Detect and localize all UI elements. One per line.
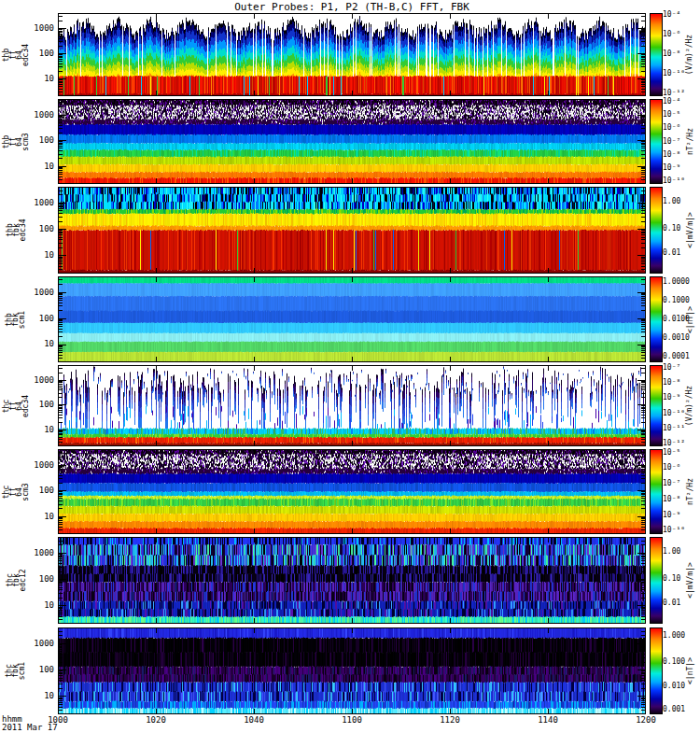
colorbar-unit-text-thc-fbk-edc12: <|mV/m|> xyxy=(686,562,694,599)
y-tick-thc-ff-64-scm3-100: 100 xyxy=(0,486,54,495)
colorbar-tick-thb-ff-64-edc34-0: 10⁻⁴ xyxy=(663,11,680,19)
x-tick-1000: 1000 xyxy=(37,716,78,725)
colorbar-unit-text-thb-fbk-edc34: <|mV/m|> xyxy=(686,212,694,248)
y-tick-thb-ff-64-scm3-10: 10 xyxy=(0,162,54,171)
x-tick-1120: 1120 xyxy=(429,716,470,725)
x-tick-1040: 1040 xyxy=(233,716,274,725)
y-tick-thc-fbk-edc12-1000: 1000 xyxy=(0,549,54,557)
x-tick-1020: 1020 xyxy=(135,716,176,725)
y-tick-thc-ff-64-scm3-1000: 1000 xyxy=(0,461,54,470)
spectrogram-canvas-thb-ff-64-edc34 xyxy=(58,13,646,96)
colorbar-tick-thb-ff-64-scm3-4: 10⁻⁸ xyxy=(663,151,680,159)
colorbar-tick-thb-ff-64-scm3-2: 10⁻⁶ xyxy=(663,124,680,132)
colorbar-unit-thb-fbk-edc34: <|mV/m|> xyxy=(679,187,700,274)
y-tick-thb-fbk-edc34-10: 10 xyxy=(0,251,54,260)
colorbar-tick-thc-ff-64-edc34-1: 10⁻⁸ xyxy=(663,379,680,387)
colorbar-unit-thb-ff-64-scm3: nT²/Hz xyxy=(679,99,700,184)
colorbar-tick-thb-fbk-edc34-2: 0.01 xyxy=(663,249,680,257)
colorbar-unit-text-thb-ff-64-edc34: (V/m)²/Hz xyxy=(686,35,694,75)
colorbar-tick-thb-fbk-edc34-0: 1.00 xyxy=(663,198,680,205)
colorbar-unit-thb-fbk-scm1: <|nT|> xyxy=(679,276,700,362)
x-tick-1140: 1140 xyxy=(527,716,568,725)
colorbar-thb-fbk-edc34 xyxy=(650,187,663,274)
spectrogram-canvas-thc-fbk-edc12 xyxy=(58,537,646,624)
spectrogram-plot-window: Outer Probes: P1, P2 (TH-B,C) FFT, FBK t… xyxy=(0,0,700,747)
colorbar-thc-fbk-edc12 xyxy=(650,537,663,624)
y-tick-thc-fbk-scm1-1000: 1000 xyxy=(0,640,54,648)
colorbar-unit-text-thc-ff-64-edc34: (V/m)²/Hz xyxy=(686,386,694,426)
colorbar-tick-thc-ff-64-scm3-1: 10⁻⁶ xyxy=(663,464,680,472)
spectrogram-canvas-thc-ff-64-edc34 xyxy=(58,365,646,446)
colorbar-tick-thc-fbk-edc12-2: 0.01 xyxy=(663,599,680,607)
colorbar-tick-thc-ff-64-scm3-0: 10⁻⁵ xyxy=(663,449,680,457)
spectrogram-canvas-thb-fbk-scm1 xyxy=(58,276,646,362)
colorbar-tick-thb-ff-64-edc34-2: 10⁻⁸ xyxy=(663,50,680,58)
y-tick-thc-ff-64-edc34-1000: 1000 xyxy=(0,376,54,385)
colorbar-tick-thb-ff-64-scm3-5: 10⁻⁹ xyxy=(663,164,680,172)
y-tick-thb-ff-64-scm3-100: 100 xyxy=(0,136,54,145)
y-tick-thc-fbk-scm1-100: 100 xyxy=(0,666,54,674)
colorbar-tick-thb-fbk-edc34-1: 0.10 xyxy=(663,225,680,233)
y-tick-thc-fbk-edc12-100: 100 xyxy=(0,575,54,584)
colorbar-unit-text-thb-ff-64-scm3: nT²/Hz xyxy=(686,128,694,155)
colorbar-tick-thc-fbk-edc12-0: 1.00 xyxy=(663,548,680,556)
y-tick-thc-ff-64-scm3-10: 10 xyxy=(0,513,54,521)
spectrogram-canvas-thc-fbk-scm1 xyxy=(58,627,646,714)
colorbar-tick-thb-ff-64-edc34-1: 10⁻⁶ xyxy=(663,31,680,38)
colorbar-unit-thc-fbk-scm1: <|nT|> xyxy=(679,627,700,714)
colorbar-thb-fbk-scm1 xyxy=(650,276,663,362)
colorbar-tick-thc-ff-64-edc34-2: 10⁻⁹ xyxy=(663,394,680,402)
y-tick-thc-ff-64-edc34-10: 10 xyxy=(0,426,54,434)
y-tick-thb-fbk-scm1-10: 10 xyxy=(0,340,54,348)
colorbar-unit-thc-ff-64-edc34: (V/m)²/Hz xyxy=(679,365,700,446)
y-tick-thc-ff-64-edc34-100: 100 xyxy=(0,401,54,409)
spectrogram-canvas-thb-ff-64-scm3 xyxy=(58,99,646,184)
y-tick-thb-ff-64-edc34-10: 10 xyxy=(0,75,54,83)
colorbar-unit-text-thb-fbk-scm1: <|nT|> xyxy=(686,306,694,333)
y-tick-thc-fbk-edc12-10: 10 xyxy=(0,601,54,610)
colorbar-tick-thc-ff-64-scm3-3: 10⁻⁸ xyxy=(663,496,680,503)
y-tick-thb-fbk-scm1-1000: 1000 xyxy=(0,289,54,297)
colorbar-unit-thc-ff-64-scm3: nT²/Hz xyxy=(679,449,700,534)
colorbar-unit-text-thc-ff-64-scm3: nT²/Hz xyxy=(686,478,694,505)
colorbar-tick-thc-ff-64-scm3-4: 10⁻⁹ xyxy=(663,512,680,519)
y-tick-thc-fbk-scm1-10: 10 xyxy=(0,692,54,700)
colorbar-thc-ff-64-edc34 xyxy=(650,365,663,446)
colorbar-thb-ff-64-edc34 xyxy=(650,13,663,96)
y-tick-thb-ff-64-scm3-1000: 1000 xyxy=(0,111,54,120)
colorbar-tick-thc-ff-64-scm3-2: 10⁻⁷ xyxy=(663,480,680,487)
spectrogram-canvas-thb-fbk-edc34 xyxy=(58,187,646,274)
x-tick-1200: 1200 xyxy=(625,716,666,725)
colorbar-tick-thb-ff-64-scm3-1: 10⁻⁵ xyxy=(663,111,680,119)
colorbar-tick-thb-ff-64-scm3-3: 10⁻⁷ xyxy=(663,138,680,146)
y-tick-thb-fbk-edc34-1000: 1000 xyxy=(0,199,54,207)
y-tick-thb-fbk-scm1-100: 100 xyxy=(0,315,54,323)
colorbar-tick-thc-fbk-edc12-1: 0.10 xyxy=(663,575,680,583)
spectrogram-canvas-thc-ff-64-scm3 xyxy=(58,449,646,534)
colorbar-thc-ff-64-scm3 xyxy=(650,449,663,534)
colorbar-unit-thb-ff-64-edc34: (V/m)²/Hz xyxy=(679,13,700,96)
y-tick-thb-ff-64-edc34-1000: 1000 xyxy=(0,24,54,33)
y-tick-thb-fbk-edc34-100: 100 xyxy=(0,225,54,233)
colorbar-unit-thc-fbk-edc12: <|mV/m|> xyxy=(679,537,700,624)
y-tick-thb-ff-64-edc34-100: 100 xyxy=(0,49,54,58)
x-axis-date-label: 2011 Mar 17 xyxy=(2,724,58,732)
colorbar-tick-thb-ff-64-scm3-0: 10⁻⁴ xyxy=(663,98,680,106)
colorbar-tick-thc-ff-64-edc34-0: 10⁻⁷ xyxy=(663,364,680,372)
plot-title: Outer Probes: P1, P2 (TH-B,C) FFT, FBK xyxy=(58,1,646,13)
colorbar-thc-fbk-scm1 xyxy=(650,627,663,714)
colorbar-unit-text-thc-fbk-scm1: <|nT|> xyxy=(686,657,694,684)
colorbar-thb-ff-64-scm3 xyxy=(650,99,663,184)
x-tick-1100: 1100 xyxy=(331,716,372,725)
